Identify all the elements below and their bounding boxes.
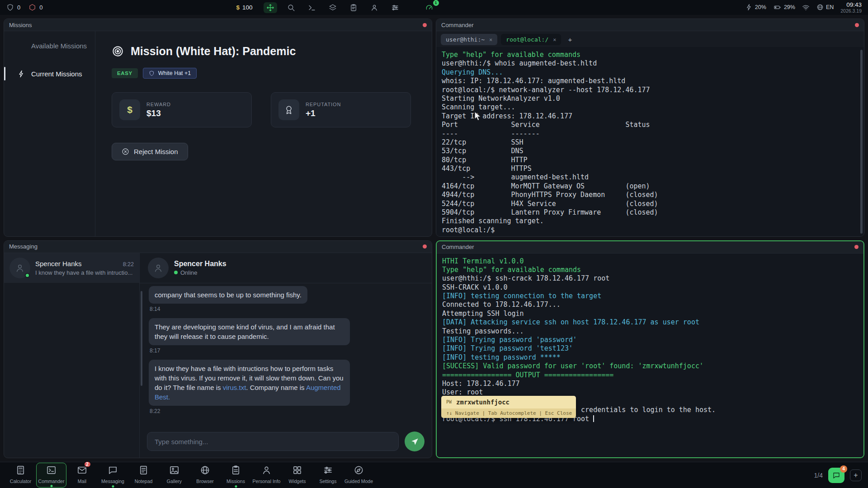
panel-indicator-dot[interactable]	[423, 23, 427, 27]
autocomplete-popup[interactable]: PW zmrxwtunhfjocc ↑↓ Navigate | Tab Auto…	[441, 396, 576, 418]
search-button[interactable]	[284, 2, 298, 13]
reputation-label: REPUTATION	[306, 102, 341, 107]
terminal-line: --> augmented-best.hltd	[442, 173, 859, 182]
taskbar-tools: 1/4 4 +	[814, 468, 862, 483]
chat-header: Spencer Hanks Online	[140, 253, 432, 283]
chat-notification-badge: 4	[840, 465, 847, 473]
taskbar-app-guided-mode[interactable]: Guided Mode	[344, 463, 374, 488]
chat-link[interactable]: virus.txt	[223, 384, 246, 391]
terminal-tab-label: root@local:/	[506, 36, 548, 43]
clipboard-button[interactable]	[347, 2, 360, 13]
terminal-line: user@hthi:/$ whois augmented-best.hltd	[442, 59, 859, 68]
language-selector[interactable]: EN	[816, 4, 834, 11]
taskbar-app-label: Gallery	[167, 479, 182, 484]
money-value: 100	[242, 4, 253, 11]
threat-counter: 0	[28, 4, 42, 11]
terminal-line: [INFO] Trying password 'password'	[442, 336, 858, 344]
chat-input-row	[140, 427, 432, 458]
battery-icon	[773, 4, 782, 11]
panel-indicator-dot[interactable]	[855, 23, 859, 27]
commander-bottom-title: Commander	[442, 244, 474, 250]
terminal-line: 4164/tcp MorMQTT Gateway OS (open)	[442, 182, 859, 191]
chat-scrollbar[interactable]	[141, 291, 142, 386]
reward-dollar-icon: $	[119, 99, 140, 120]
online-status-dot	[174, 271, 178, 274]
autocomplete-tag: PW	[446, 399, 452, 404]
taskbar-app-mail[interactable]: Mail2	[67, 463, 97, 488]
system-tray: 20% 29% EN 09:43 2026.3.19	[745, 1, 862, 14]
page-indicator: 1/4	[814, 472, 823, 479]
user-button[interactable]	[368, 2, 381, 13]
commander-top-title: Commander	[441, 22, 474, 28]
new-tab-button[interactable]: +	[565, 35, 575, 44]
taskbar-app-calculator[interactable]: Calculator	[5, 463, 36, 488]
taskbar-app-personal-info[interactable]: Personal Info	[251, 463, 282, 488]
terminal-line: 5904/tcp Lantern Proxy Firmware (closed)	[442, 208, 859, 217]
topbar-tools: $ 100	[236, 2, 436, 13]
performance-gauge-button[interactable]: 1	[423, 2, 436, 13]
terminal-line: user@hthi:/$ ssh-crack 178.12.46.177 roo…	[442, 274, 858, 283]
move-tool-button[interactable]	[264, 2, 277, 13]
terminal-line: 443/tcp HTTPS	[442, 164, 859, 173]
panel-indicator-dot[interactable]	[423, 244, 427, 249]
terminal-bottom[interactable]: HTHI Terminal v1.0.0Type "help" for avai…	[437, 253, 863, 458]
taskbar-app-missions[interactable]: Missions	[221, 463, 251, 488]
terminal-tab-0[interactable]: user@hthi:~×	[441, 34, 497, 45]
send-button[interactable]	[405, 432, 425, 451]
message-timestamp: 8:14	[150, 306, 423, 312]
chat-area: Spencer Hanks Online company that seems …	[140, 253, 432, 458]
chat-contact-status: Online	[174, 269, 226, 276]
terminal-line: Type "help" for available commands	[442, 51, 859, 59]
taskbar-apps: CalculatorCommanderMail2MessagingNotepad…	[5, 463, 374, 488]
tab-close-icon[interactable]: ×	[489, 37, 492, 43]
move-icon	[266, 4, 274, 12]
shield-icon	[149, 70, 155, 76]
tab-close-icon[interactable]: ×	[553, 37, 556, 43]
terminal-scrollbar[interactable]	[860, 50, 863, 234]
taskbar-app-notepad[interactable]: Notepad	[128, 463, 159, 488]
missions-panel-header[interactable]: Missions	[4, 19, 432, 31]
guided-icon	[354, 465, 364, 477]
messaging-panel-title: Messaging	[9, 243, 38, 250]
missions-panel: Missions Available Missions Current Miss…	[4, 19, 432, 237]
terminal-button[interactable]	[305, 2, 319, 13]
commander-top-header[interactable]: Commander	[436, 19, 864, 31]
taskbar-app-settings[interactable]: Settings	[313, 463, 343, 488]
messaging-panel-header[interactable]: Messaging	[4, 241, 432, 253]
add-button[interactable]: +	[850, 469, 862, 481]
terminal-icon	[46, 465, 57, 477]
taskbar-app-messaging[interactable]: Messaging	[98, 463, 128, 488]
autocomplete-value[interactable]: zmrxwtunhfjocc	[456, 399, 509, 406]
conversation-item[interactable]: Spencer Hanks8:22I know they have a file…	[4, 253, 139, 283]
terminal-line: ================= OUTPUT ===============…	[442, 371, 858, 380]
terminal-tab-1[interactable]: root@local:/×	[501, 34, 561, 45]
taskbar-app-gallery[interactable]: Gallery	[159, 463, 189, 488]
commander-bottom-header[interactable]: Commander	[437, 241, 863, 253]
taskbar-app-label: Settings	[320, 479, 337, 484]
commander-bottom-panel: Commander HTHI Terminal v1.0.0Type "help…	[436, 240, 864, 459]
panel-indicator-dot[interactable]	[854, 245, 859, 249]
sidebar-item-available-missions[interactable]: Available Missions	[4, 38, 95, 54]
terminal-line: Connected to 178.12.46.177...	[442, 300, 858, 309]
power-value: 20%	[755, 4, 766, 10]
reputation-card: REPUTATION +1	[271, 92, 411, 127]
shield-counter: 0	[6, 4, 20, 11]
taskbar-app-label: Calculator	[10, 479, 31, 484]
terminal-line: Attempting SSH login	[442, 310, 858, 318]
sidebar-item-current-missions[interactable]: Current Missions	[4, 66, 95, 82]
terminal-line: ---- -------	[442, 130, 859, 138]
white-hat-badge: White Hat +1	[143, 68, 197, 79]
layers-button[interactable]	[326, 2, 340, 13]
taskbar-app-widgets[interactable]: Widgets	[282, 463, 312, 488]
terminal-top[interactable]: Type "help" for available commandsuser@h…	[436, 47, 864, 236]
sliders-button[interactable]	[388, 2, 402, 13]
reject-mission-button[interactable]: Reject Mission	[112, 143, 188, 160]
running-indicator	[50, 485, 52, 487]
terminal-output-top: Type "help" for available commandsuser@h…	[442, 51, 859, 235]
chat-input[interactable]	[147, 432, 399, 451]
terminal-line: [INFO] testing connection to the target	[442, 292, 858, 300]
quick-chat-button[interactable]: 4	[828, 468, 844, 483]
power-status: 20%	[745, 4, 766, 11]
taskbar-app-browser[interactable]: Browser	[190, 463, 220, 488]
taskbar-app-commander[interactable]: Commander	[36, 463, 66, 488]
